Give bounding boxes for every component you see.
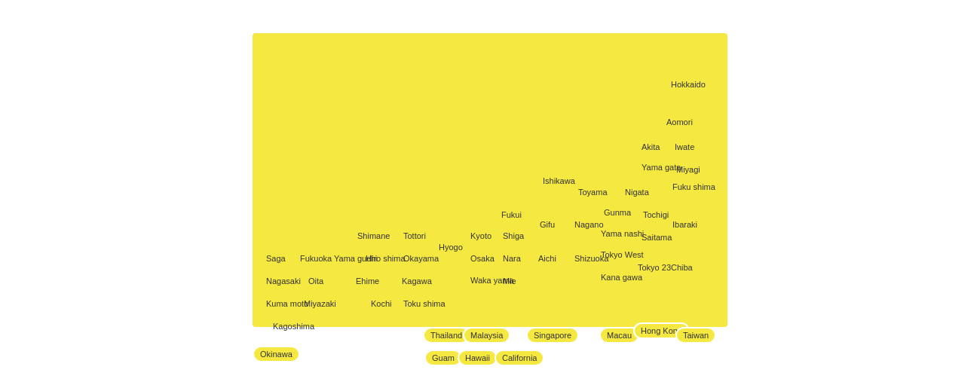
region-tokushima: Toku shima [403,299,446,309]
region-chiba: Chiba [671,263,693,273]
region-shiga: Shiga [503,231,524,241]
region-gunma: Gunma [604,208,631,218]
region-kagoshima: Kagoshima [273,322,314,331]
badge-singapore[interactable]: Singapore [526,327,579,344]
region-nagano: Nagano [574,220,604,230]
region-saga: Saga [266,254,286,264]
region-kochi: Kochi [371,299,392,309]
region-miyagi: Miyagi [676,165,700,175]
badge-guam[interactable]: Guam [424,350,462,366]
badge-taiwan[interactable]: Taiwan [675,327,716,344]
region-mie: Mie [503,276,516,286]
region-kyoto: Kyoto [470,231,492,241]
region-gifu: Gifu [540,220,555,230]
region-yamanashi: Yama nashi [601,229,644,239]
region-oita: Oita [308,276,323,286]
map-area: HokkaidoAomoriAkitaIwateYama gataMiyagiF… [253,33,727,327]
region-aomori: Aomori [666,118,693,127]
region-kumamoto: Kuma moto [266,299,308,309]
region-yamagata: Yama gata [642,163,681,173]
region-hokkaido: Hokkaido [671,80,706,90]
region-fukui: Fukui [501,210,522,220]
region-nigata: Nigata [625,188,649,197]
region-aichi: Aichi [538,254,556,264]
region-ishikawa: Ishikawa [543,176,575,186]
region-okayama: Okayama [403,254,439,264]
region-fukuoka: Fukuoka [300,254,332,264]
region-fukushima: Fuku shima [672,182,715,192]
region-yamaguchi: Yama guchi [334,254,377,264]
region-toyama: Toyama [578,188,608,197]
region-ibaraki: Ibaraki [672,220,697,230]
badge-okinawa[interactable]: Okinawa [253,346,300,362]
badge-california[interactable]: California [495,350,544,366]
region-shimane: Shimane [357,231,390,241]
badge-malaysia[interactable]: Malaysia [463,327,510,344]
region-hyogo: Hyogo [439,243,463,252]
region-kanagawa: Kana gawa [601,273,642,283]
region-tokyo23: Tokyo 23 [638,263,671,273]
region-iwate: Iwate [675,142,694,152]
region-tottori: Tottori [403,231,426,241]
region-ehime: Ehime [356,276,379,286]
region-miyazaki: Miyazaki [304,299,336,309]
region-akita: Akita [642,142,660,152]
region-osaka: Osaka [470,254,495,264]
badge-hawaii[interactable]: Hawaii [458,350,498,366]
region-nara: Nara [503,254,521,264]
region-tokyowest: Tokyo West [601,250,644,260]
region-kagawa: Kagawa [402,276,432,286]
region-tochigi: Tochigi [643,210,669,220]
region-saitama: Saitama [642,233,672,243]
region-nagasaki: Nagasaki [266,276,301,286]
